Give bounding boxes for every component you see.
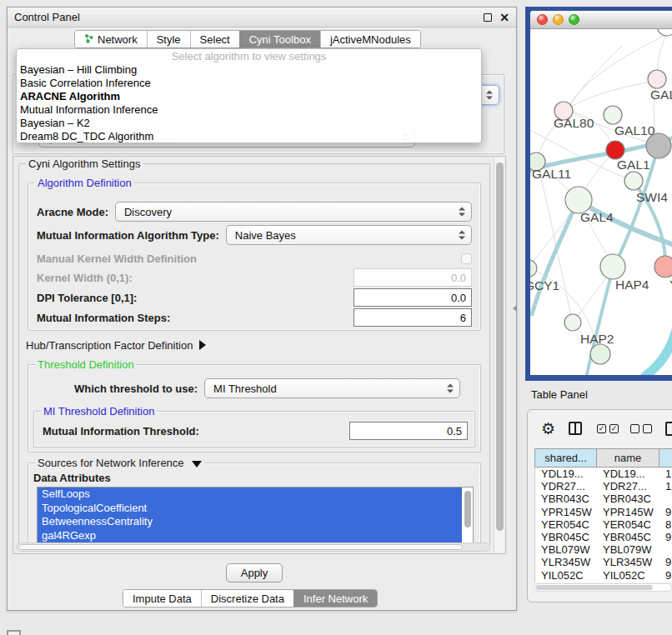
close-window-icon[interactable] [537, 14, 548, 25]
table-row[interactable]: YBR045C YBR045C 9. [535, 531, 672, 543]
collapsed-panel-icon[interactable] [7, 630, 21, 635]
deselect-checkbox-icon[interactable] [630, 424, 639, 433]
network-node[interactable] [624, 172, 643, 190]
deselect-checkbox-icon[interactable] [643, 424, 652, 433]
network-canvas[interactable]: GALGAL80GAL10GAL1GAL11SWI4GAL4GCY1HAP4YH… [530, 29, 672, 375]
aracne-mode-combo[interactable]: Discovery [115, 202, 472, 222]
network-node[interactable] [648, 70, 666, 88]
attribute-items: SelfLoopsTopologicalCoefficientBetweenne… [38, 488, 473, 542]
list-vertical-scrollbar[interactable] [464, 491, 471, 528]
table-row[interactable]: YDL19... YDL19... 13 [535, 468, 672, 480]
algorithm-option[interactable]: Dream8 DC_TDC Algorithm [17, 130, 481, 143]
network-node[interactable] [600, 254, 625, 279]
table-row[interactable]: YBL079W YBL079W [535, 543, 672, 556]
network-node[interactable] [564, 314, 581, 331]
settings-horizontal-scrollbar[interactable] [16, 542, 490, 552]
table-row[interactable]: YLR345W YLR345W 9. [535, 556, 672, 568]
list-item[interactable]: SelfLoops [38, 488, 462, 502]
table-row[interactable]: YDR27... YDR27... 12 [535, 480, 672, 492]
select-all-checkbox-icon[interactable]: ✓ [609, 424, 619, 433]
which-threshold-combo[interactable]: MI Threshold [204, 378, 460, 398]
close-panel-icon[interactable]: ✕ [499, 13, 509, 22]
algorithm-option[interactable]: Bayesian – Hill Climbing [17, 63, 481, 77]
kernel-width-field: 0.0 [354, 268, 472, 287]
dpi-tolerance-field[interactable]: 0.0 [354, 288, 472, 307]
combo-stepper-icon [447, 384, 454, 393]
mi-steps-label: Mutual Information Steps: [37, 312, 170, 324]
list-item[interactable]: gal4RGexp [38, 529, 462, 543]
algorithm-option[interactable]: Bayesian – K2 [17, 117, 481, 130]
sources-group: Sources for Network Inference Data Attri… [28, 462, 481, 546]
column-header[interactable]: shared... [535, 449, 597, 467]
hub-definition-toggle[interactable]: Hub/Transcription Factor Definition [26, 338, 206, 352]
control-panel-window: Control Panel ✕ Network Style Select Cyn… [7, 7, 517, 611]
network-node-label: HAP2 [580, 332, 614, 346]
tab-infer-network[interactable]: Infer Network [293, 590, 377, 607]
gear-icon[interactable]: ⚙ [541, 419, 555, 438]
list-item[interactable]: BetweennessCentrality [38, 515, 462, 529]
tab-select[interactable]: Select [190, 31, 239, 48]
tab-discretize-data[interactable]: Discretize Data [201, 590, 293, 607]
tab-label: Network [98, 33, 138, 46]
dpi-tolerance-label: DPI Tolerance [0,1]: [37, 292, 137, 304]
control-panel-tabbar: Network Style Select Cyni Toolbox jActiv… [74, 30, 421, 48]
tab-network[interactable]: Network [75, 31, 147, 48]
data-attributes-list: SelfLoopsTopologicalCoefficientBetweenne… [37, 487, 474, 543]
table-row[interactable]: YPR145W YPR145W 9. [535, 506, 672, 518]
algorithm-option[interactable]: ARACNE Algorithm [17, 90, 481, 103]
minimize-window-icon[interactable] [553, 14, 564, 25]
network-node-label: GAL10 [614, 123, 655, 138]
mi-type-combo[interactable]: Naive Bayes [226, 225, 472, 245]
algorithm-option[interactable]: Mutual Information Inference [17, 103, 481, 117]
algorithm-option[interactable]: Basic Correlation Inference [17, 77, 481, 90]
tab-cyni-toolbox[interactable]: Cyni Toolbox [239, 31, 320, 48]
network-node[interactable] [604, 106, 622, 124]
tab-jactivemnodules[interactable]: jActiveMNodules [320, 31, 420, 48]
settings-vertical-scrollbar[interactable] [494, 158, 504, 552]
network-node[interactable] [654, 256, 672, 278]
panel-title: Control Panel [14, 11, 484, 23]
float-panel-icon[interactable] [484, 13, 492, 22]
network-node[interactable] [530, 260, 537, 277]
column-header[interactable]: name [597, 449, 659, 467]
table-row[interactable]: YBR043C YBR043C [535, 492, 672, 505]
network-node-label: GAL1 [617, 158, 650, 172]
hub-definition-label: Hub/Transcription Factor Definition [26, 339, 193, 352]
tab-impute-data[interactable]: Impute Data [123, 590, 201, 607]
select-all-checkbox-icon[interactable]: ✓ [597, 424, 606, 433]
table-row[interactable]: YIL052C YIL052C 9. [535, 569, 672, 582]
column-header[interactable]: A [659, 449, 672, 467]
table-panel: ⚙ ✓ ✓ shared... name A YDL19... YDL19...… [527, 409, 672, 602]
network-node[interactable] [606, 141, 624, 159]
mi-threshold-group: MI Threshold Definition Mutual Informati… [33, 411, 475, 448]
tab-label: Impute Data [133, 592, 192, 605]
panel-splitter-handle[interactable] [513, 305, 517, 312]
mi-threshold-label: Mutual Information Threshold: [43, 425, 199, 438]
tab-label: Discretize Data [211, 592, 284, 605]
mi-steps-field[interactable]: 6 [354, 308, 472, 327]
combo-stepper-icon [459, 208, 465, 217]
data-attributes-label: Data Attributes [33, 472, 111, 484]
combo-stepper-icon [486, 91, 493, 100]
zoom-window-icon[interactable] [569, 14, 579, 25]
apply-button[interactable]: Apply [226, 563, 283, 582]
network-node[interactable] [657, 29, 672, 36]
settings-scrollpane: Cyni Algorithm Settings Algorithm Defini… [13, 156, 506, 554]
threshold-definition-group: Threshold Definition Which threshold to … [28, 364, 481, 452]
sources-toggle[interactable]: Sources for Network Inference [35, 457, 204, 469]
network-node[interactable] [590, 344, 610, 364]
which-threshold-label: Which threshold to use: [74, 382, 198, 395]
column-layout-icon[interactable] [569, 422, 582, 435]
table-horizontal-scrollbar[interactable] [534, 583, 672, 592]
chevron-right-icon [199, 340, 206, 350]
network-node[interactable] [646, 133, 671, 158]
new-table-icon[interactable] [665, 422, 672, 436]
combo-stepper-icon [459, 231, 465, 240]
list-item[interactable]: TopologicalCoefficient [38, 502, 462, 516]
table-panel-title: Table Panel [531, 388, 588, 401]
mi-threshold-field[interactable]: 0.5 [349, 422, 468, 440]
tab-style[interactable]: Style [147, 31, 190, 48]
sources-title: Sources for Network Inference [38, 457, 184, 469]
table-row[interactable]: YER054C YER054C 8. [535, 518, 672, 531]
dropdown-prompt: Select algorithm to view settings [17, 50, 481, 63]
